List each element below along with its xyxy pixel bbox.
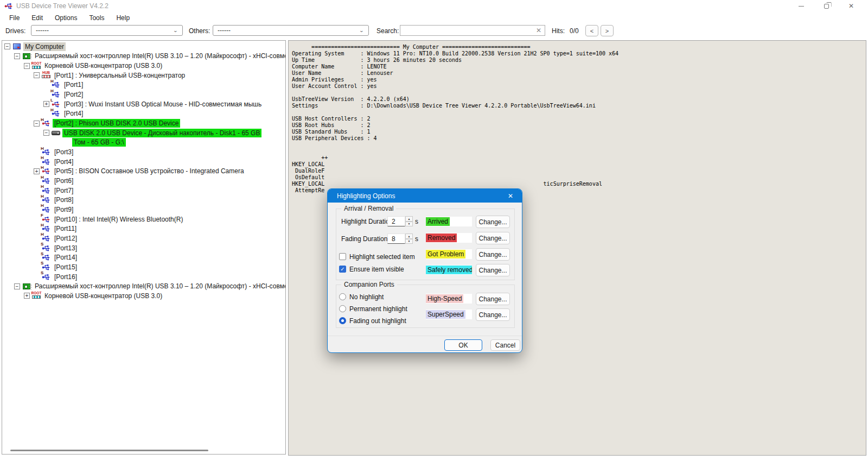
tree-item[interactable]: H[Port11] xyxy=(2,224,285,234)
port-speed-letter: H xyxy=(41,175,44,180)
menu-options[interactable]: Options xyxy=(49,12,83,23)
tree-item[interactable]: H[Port6] xyxy=(2,176,285,186)
usb-port-icon: H xyxy=(41,186,51,194)
tree-item[interactable]: −ROOTКорневой USB-концентратор (USB 3.0) xyxy=(2,61,285,71)
safely-removed-color-swatch: Safely removed xyxy=(426,266,472,274)
expand-toggle[interactable]: + xyxy=(43,101,49,107)
collapse-toggle[interactable]: − xyxy=(4,43,10,49)
change-superspeed-color-button[interactable]: Change... xyxy=(476,308,510,321)
restore-button[interactable] xyxy=(814,0,839,12)
change-safely-removed-color-button[interactable]: Change... xyxy=(476,264,510,276)
safely-removed-color-field: Safely removed xyxy=(426,265,472,275)
change-removed-color-button[interactable]: Change... xyxy=(476,232,510,244)
tree-item[interactable]: −My Computer xyxy=(2,42,285,52)
search-box: ✕ xyxy=(400,25,545,36)
tree-item[interactable]: S[Port16] xyxy=(2,272,285,282)
ensure-item-visible-checkbox[interactable] xyxy=(339,266,346,273)
collapse-toggle[interactable]: − xyxy=(43,130,49,136)
close-button[interactable]: ✕ xyxy=(839,0,864,12)
tree-item[interactable]: −USB DISK 2.0 USB Device - Дисковый нако… xyxy=(2,128,285,138)
high-speed-color-field: High-Speed xyxy=(426,294,472,304)
tree-item[interactable]: H[Port3] xyxy=(2,147,285,157)
spin-down-icon[interactable]: ▼ xyxy=(405,222,413,227)
tree-item[interactable]: S[Port15] xyxy=(2,262,285,272)
tree-item[interactable]: H[Port9] xyxy=(2,205,285,214)
collapse-toggle[interactable]: − xyxy=(34,72,40,78)
close-icon: ✕ xyxy=(848,2,854,10)
menu-tools[interactable]: Tools xyxy=(83,12,110,23)
highlight-duration-spinner: ▲ ▼ xyxy=(405,216,413,226)
horizontal-scrollbar-thumb[interactable] xyxy=(10,450,208,451)
tree-item[interactable]: H[Port1] xyxy=(2,80,285,90)
tree-item[interactable]: −Расширяемый хост-контроллер Intel(R) US… xyxy=(2,52,285,61)
no-highlight-radio[interactable] xyxy=(339,293,346,300)
port-speed-letter: H xyxy=(50,79,54,84)
next-hit-button[interactable]: > xyxy=(601,25,614,36)
menu-file[interactable]: File xyxy=(3,12,25,23)
permanent-highlight-label: Permanent highlight xyxy=(349,305,407,313)
tree-item[interactable]: +H[Port5] : BISON Составное USB устройст… xyxy=(2,167,285,176)
dialog-close-button[interactable]: ✕ xyxy=(499,189,522,203)
tree-item[interactable]: H[Port8] xyxy=(2,195,285,205)
computer-icon xyxy=(12,42,22,51)
expand-toggle[interactable]: + xyxy=(24,293,30,299)
permanent-highlight-radio[interactable] xyxy=(339,305,346,312)
tree-item-label: [Port4] xyxy=(62,109,85,118)
ok-button[interactable]: OK xyxy=(444,339,482,351)
tree-item[interactable]: F[Port10] : Intel Intel(R) Wireless Blue… xyxy=(2,214,285,224)
disk-drive-icon xyxy=(51,129,61,137)
arrived-color-field: Arrived xyxy=(426,217,472,226)
clear-search-icon[interactable]: ✕ xyxy=(536,27,541,34)
collapse-toggle[interactable]: − xyxy=(14,53,20,59)
change-high-speed-color-button[interactable]: Change... xyxy=(476,293,510,305)
expand-toggle[interactable]: + xyxy=(34,168,40,174)
collapse-toggle[interactable]: − xyxy=(24,63,30,69)
tree-item[interactable]: H[Port4] xyxy=(2,109,285,119)
collapse-toggle[interactable]: − xyxy=(14,283,20,289)
change-arrived-color-button[interactable]: Change... xyxy=(476,216,510,228)
cancel-button[interactable]: Cancel xyxy=(490,339,520,351)
tree-item[interactable]: H[Port12] xyxy=(2,234,285,243)
port-speed-letter: S xyxy=(41,242,43,247)
tree-item[interactable]: −HUB[Port1] : Универсальный USB-концентр… xyxy=(2,71,285,80)
minimize-icon xyxy=(799,6,804,7)
tree-item[interactable]: S[Port13] xyxy=(2,243,285,253)
tree-item[interactable]: H[Port4] xyxy=(2,157,285,167)
menu-help[interactable]: Help xyxy=(110,12,136,23)
port-speed-letter: F xyxy=(41,213,43,218)
fading-duration-input[interactable]: 8 xyxy=(387,234,405,244)
got-problem-color-field: Got Problem xyxy=(426,249,472,259)
fading-out-highlight-radio[interactable] xyxy=(339,317,346,324)
collapse-toggle[interactable]: − xyxy=(34,121,40,127)
tree-item[interactable]: H[Port7] xyxy=(2,186,285,195)
previous-hit-button[interactable]: < xyxy=(585,25,598,36)
tree-item[interactable]: +L[Port3] : Wuxi Instant USB Optical Mou… xyxy=(2,99,285,109)
spin-down-icon[interactable]: ▼ xyxy=(405,239,413,244)
tree-item[interactable]: −H[Port2] : Phison USB DISK 2.0 USB Devi… xyxy=(2,118,285,128)
device-tree-panel[interactable]: −My Computer−Расширяемый хост-контроллер… xyxy=(2,40,286,455)
tree-item[interactable]: Том - 65 GB - G:\ xyxy=(2,138,285,148)
search-input[interactable] xyxy=(404,27,534,34)
minimize-button[interactable] xyxy=(789,0,814,12)
drives-dropdown[interactable]: ------ ⌄ xyxy=(31,25,183,36)
highlight-selected-item-checkbox[interactable] xyxy=(339,253,346,260)
dialog-title-bar[interactable]: Highlighting Options ✕ xyxy=(328,189,522,203)
root-hub-icon: ROOT xyxy=(31,292,41,300)
change-got-problem-color-button[interactable]: Change... xyxy=(476,248,510,261)
app-usb-icon xyxy=(4,2,13,10)
tree-item[interactable]: S[Port14] xyxy=(2,253,285,262)
others-dropdown[interactable]: ------ ⌄ xyxy=(213,25,369,36)
tree-item-label: [Port11] xyxy=(53,224,78,233)
no-highlight-label: No highlight xyxy=(349,293,384,301)
spin-up-icon[interactable]: ▲ xyxy=(405,234,413,239)
tree-item[interactable]: −Расширяемый хост-контроллер Intel(R) US… xyxy=(2,281,285,291)
highlight-duration-input[interactable]: 2 xyxy=(387,216,405,226)
menu-edit[interactable]: Edit xyxy=(25,12,49,23)
tree-item[interactable]: +ROOTКорневой USB-концентратор (USB 3.0) xyxy=(2,291,285,301)
removed-color-swatch: Removed xyxy=(426,234,457,242)
host-controller-icon xyxy=(22,52,31,60)
tree-item-label: [Port1] xyxy=(62,80,85,89)
spin-up-icon[interactable]: ▲ xyxy=(405,216,413,222)
tree-item[interactable]: H[Port2] xyxy=(2,90,285,99)
dialog-title: Highlighting Options xyxy=(337,192,395,200)
